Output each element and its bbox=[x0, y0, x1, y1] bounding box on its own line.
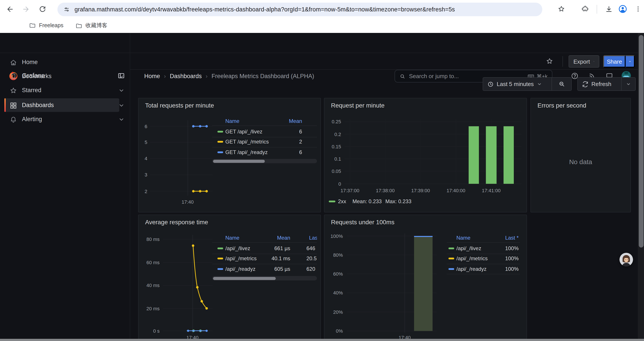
time-range-label: Last 5 minutes bbox=[497, 81, 534, 87]
legend-header-last[interactable]: Las bbox=[309, 235, 317, 241]
panel-errors-per-second[interactable]: Errors per second No data bbox=[530, 98, 631, 212]
refresh-button[interactable]: Refresh bbox=[578, 78, 621, 90]
downloads-icon[interactable] bbox=[605, 5, 613, 13]
bookmark-folder-freeleaps[interactable]: Freeleaps bbox=[29, 22, 63, 29]
bookmark-folder-blogs[interactable]: 收藏博客 bbox=[76, 22, 108, 30]
breadcrumb-home[interactable]: Home bbox=[144, 73, 160, 79]
breadcrumb-dashboards[interactable]: Dashboards bbox=[170, 73, 202, 79]
favorite-star-icon[interactable] bbox=[546, 58, 553, 65]
profile-icon[interactable] bbox=[618, 5, 627, 14]
back-icon[interactable] bbox=[6, 5, 14, 13]
zoom-out-button[interactable] bbox=[552, 78, 571, 90]
time-range-picker[interactable]: Last 5 minutes bbox=[483, 78, 552, 90]
legend-series-name[interactable]: GET /api/_/readyz bbox=[225, 149, 268, 155]
y-tick: 0.25 bbox=[324, 119, 341, 125]
bookmark-star-icon[interactable] bbox=[558, 5, 565, 13]
legend-series-name[interactable]: GET /api/_/livez bbox=[225, 129, 262, 135]
url-text[interactable]: grafana.mathmast.com/d/deytv4rwavabkb/fr… bbox=[74, 6, 455, 13]
series-color-chip[interactable] bbox=[218, 258, 223, 260]
legend-header-name[interactable]: Name bbox=[225, 118, 239, 124]
export-button[interactable]: Export bbox=[568, 55, 599, 68]
legend-series-name[interactable]: /api/_/readyz bbox=[456, 266, 486, 272]
chevron-down-icon bbox=[593, 59, 594, 64]
legend-series-name[interactable]: /api/_/livez bbox=[456, 245, 481, 251]
series-color-chip[interactable] bbox=[218, 268, 223, 270]
bookmark-label: 收藏博客 bbox=[86, 22, 108, 30]
series-color-chip[interactable] bbox=[218, 151, 223, 153]
vertical-scrollbar-thumb[interactable] bbox=[638, 35, 643, 247]
panel-request-per-minute[interactable]: Request per minute 0.25 0.2 0.15 0.1 0.0… bbox=[324, 98, 527, 212]
bookmark-icon bbox=[10, 73, 17, 80]
share-button[interactable]: Share bbox=[603, 55, 626, 68]
bookmarks-bar: Freeleaps 收藏博客 bbox=[0, 19, 644, 33]
legend-header-mean[interactable]: Mean bbox=[256, 235, 290, 241]
search-icon bbox=[400, 73, 406, 79]
legend-table: Name Mean Las /api/_/livez 661 µs 646 /a… bbox=[212, 232, 317, 284]
sidebar-item-home[interactable]: Home bbox=[0, 55, 130, 69]
x-tick: 17:41:00 bbox=[478, 187, 504, 194]
panel-title[interactable]: Errors per second bbox=[538, 102, 586, 109]
legend-series-name[interactable]: /api/_/livez bbox=[225, 245, 250, 251]
time-range-group: Last 5 minutes bbox=[483, 77, 572, 91]
y-tick: 0 s bbox=[138, 328, 160, 334]
series-color-chip[interactable] bbox=[448, 258, 454, 260]
x-tick: 17:37:00 bbox=[337, 187, 363, 194]
y-tick: 5 bbox=[138, 139, 147, 145]
sidebar-item-starred[interactable]: Starred bbox=[0, 83, 130, 97]
export-label: Export bbox=[574, 58, 590, 65]
panel-requests-under-100ms[interactable]: Requests under 100ms 100% 80% 60% 40% 20… bbox=[324, 215, 527, 341]
legend-header-name[interactable]: Name bbox=[456, 235, 470, 241]
sidebar-item-alerting[interactable]: Alerting bbox=[0, 112, 130, 126]
y-tick: 0 bbox=[324, 181, 341, 187]
legend-scrollbar[interactable] bbox=[212, 276, 317, 280]
chevron-down-icon[interactable] bbox=[118, 116, 124, 122]
legend-series-last: 646 bbox=[306, 245, 315, 251]
series-color-chip[interactable] bbox=[218, 247, 223, 249]
series-color-chip[interactable] bbox=[448, 268, 454, 270]
series-color-chip[interactable] bbox=[448, 247, 454, 249]
legend-series-name[interactable]: /api/_/metrics bbox=[456, 256, 488, 262]
breadcrumb-current: Freeleaps Metrics Dashboard (ALPHA) bbox=[212, 73, 314, 79]
legend-max-stat: Max: 0.233 bbox=[385, 198, 412, 204]
series-color-chip[interactable] bbox=[218, 131, 223, 133]
refresh-interval-button[interactable] bbox=[622, 78, 635, 90]
browser-menu-icon[interactable] bbox=[634, 5, 642, 13]
series-color-chip[interactable] bbox=[329, 201, 335, 202]
panel-total-requests[interactable]: Total requests per minute 6 5 4 3 2 17:4… bbox=[138, 98, 321, 212]
forward-icon[interactable] bbox=[22, 5, 30, 13]
share-label: Share bbox=[607, 58, 622, 65]
x-tick: 17:39:00 bbox=[408, 187, 434, 194]
legend-series-name[interactable]: /api/_/metrics bbox=[225, 256, 257, 262]
extensions-icon[interactable] bbox=[581, 5, 589, 13]
sidebar-item-dashboards[interactable]: Dashboards bbox=[0, 98, 130, 112]
series-color-chip[interactable] bbox=[218, 141, 223, 143]
y-tick: 2 bbox=[138, 188, 147, 194]
legend-scrollbar[interactable] bbox=[212, 159, 317, 163]
legend-table: Name Mean GET /api/_/livez 6 GET /api/_/… bbox=[212, 115, 317, 165]
star-icon bbox=[10, 87, 17, 94]
floating-avatar[interactable] bbox=[620, 253, 633, 266]
y-tick: 100% bbox=[324, 233, 343, 239]
legend-series-name[interactable]: GET /api/_/metrics bbox=[225, 139, 269, 145]
chevron-down-icon[interactable] bbox=[118, 102, 124, 108]
reload-icon[interactable] bbox=[38, 5, 46, 13]
chevron-down-icon[interactable] bbox=[118, 73, 124, 80]
legend-series-last: 620 bbox=[306, 266, 315, 272]
legend-series-name[interactable]: /api/_/readyz bbox=[225, 266, 255, 272]
toolbar-divider bbox=[562, 56, 563, 67]
y-tick: 0.2 bbox=[324, 131, 341, 137]
panel-average-response-time[interactable]: Average response time 80 ms 60 ms 40 ms … bbox=[138, 215, 321, 341]
horizontal-scrollbar[interactable] bbox=[0, 339, 644, 341]
y-tick: 0% bbox=[324, 328, 343, 334]
site-settings-icon[interactable] bbox=[64, 6, 70, 13]
share-menu-button[interactable] bbox=[626, 55, 635, 68]
toolbar-divider bbox=[597, 5, 597, 14]
legend-series-name[interactable]: 2xx bbox=[338, 198, 346, 204]
address-bar[interactable]: grafana.mathmast.com/d/deytv4rwavabkb/fr… bbox=[58, 3, 542, 16]
legend-header-last[interactable]: Last * bbox=[488, 235, 518, 241]
sidebar-item-bookmarks[interactable]: Bookmarks bbox=[0, 69, 130, 83]
legend-header-name[interactable]: Name bbox=[225, 235, 239, 241]
chevron-down-icon[interactable] bbox=[118, 87, 124, 94]
y-tick: 4 bbox=[138, 155, 147, 161]
legend-header-mean[interactable]: Mean bbox=[268, 118, 302, 124]
